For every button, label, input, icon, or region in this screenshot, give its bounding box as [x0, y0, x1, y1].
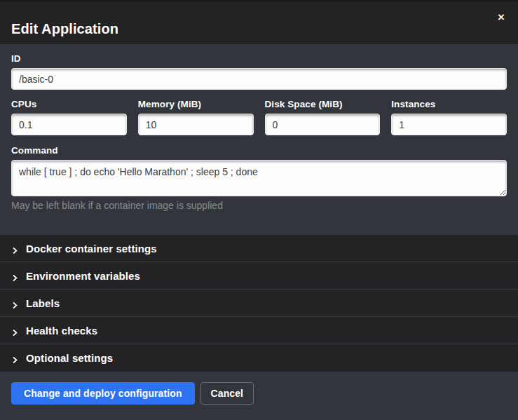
collapsible-sections: Docker container settings Environment va… [0, 235, 518, 372]
chevron-right-icon [11, 299, 19, 307]
id-label: ID [11, 53, 507, 64]
section-optional-settings[interactable]: Optional settings [0, 344, 518, 372]
memory-label: Memory (MiB) [138, 99, 254, 109]
chevron-right-icon [11, 245, 19, 252]
section-health-checks[interactable]: Health checks [0, 317, 518, 344]
resources-row: CPUs Memory (MiB) Disk Space (MiB) Insta… [11, 99, 507, 135]
cpus-field-group: CPUs [11, 99, 127, 135]
section-environment-variables[interactable]: Environment variables [0, 262, 518, 290]
command-field-group: Command while [ true ] ; do echo 'Hello … [11, 145, 507, 211]
instances-field-group: Instances [391, 99, 507, 135]
modal-title: Edit Application [11, 21, 118, 37]
close-icon[interactable]: × [494, 11, 508, 25]
instances-label: Instances [391, 99, 507, 109]
cancel-button[interactable]: Cancel [200, 382, 254, 405]
section-label: Optional settings [26, 352, 113, 364]
edit-application-modal: Edit Application × ID CPUs Memory (MiB) … [0, 0, 518, 420]
change-and-deploy-button[interactable]: Change and deploy configuration [11, 382, 195, 405]
instances-input[interactable] [391, 114, 507, 135]
command-textarea[interactable]: while [ true ] ; do echo 'Hello Marathon… [11, 160, 507, 196]
modal-footer: Change and deploy configuration Cancel [0, 372, 518, 420]
command-label: Command [11, 145, 507, 156]
chevron-right-icon [11, 327, 19, 334]
command-help-text: May be left blank if a container image i… [11, 200, 507, 211]
modal-header: Edit Application × [0, 2, 518, 44]
memory-field-group: Memory (MiB) [138, 99, 254, 135]
chevron-right-icon [11, 354, 19, 362]
section-label: Environment variables [26, 270, 140, 282]
disk-input[interactable] [265, 114, 381, 135]
section-label: Labels [26, 297, 60, 309]
cpus-input[interactable] [11, 114, 127, 135]
modal-body: ID CPUs Memory (MiB) Disk Space (MiB) In… [0, 44, 518, 235]
id-field-group: ID [11, 53, 507, 90]
cpus-label: CPUs [11, 99, 127, 109]
id-input[interactable] [11, 68, 507, 90]
chevron-right-icon [11, 272, 19, 280]
disk-label: Disk Space (MiB) [265, 99, 381, 109]
section-labels[interactable]: Labels [0, 290, 518, 317]
section-docker-container-settings[interactable]: Docker container settings [0, 235, 518, 262]
memory-input[interactable] [138, 114, 254, 135]
section-label: Health checks [26, 325, 97, 337]
disk-field-group: Disk Space (MiB) [265, 99, 381, 135]
section-label: Docker container settings [26, 243, 157, 255]
